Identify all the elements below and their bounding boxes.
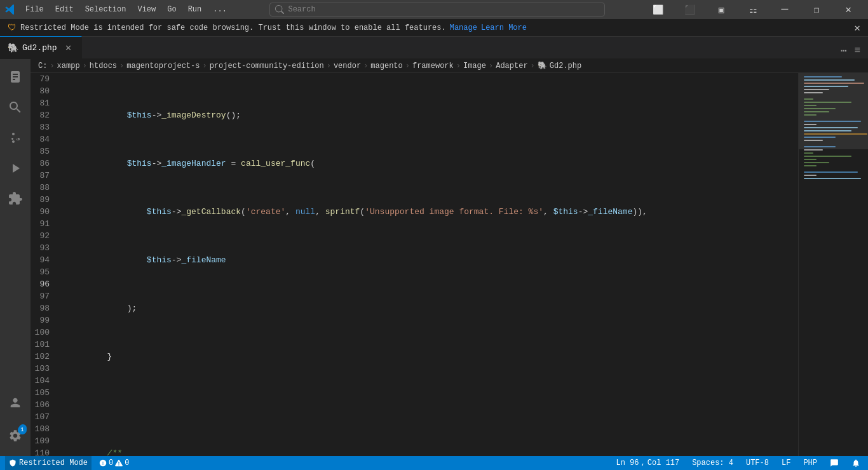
breadcrumb-vendor[interactable]: vendor: [334, 62, 361, 70]
encoding-label: UTF-8: [746, 459, 769, 467]
menu-go[interactable]: Go: [162, 4, 181, 15]
line-ending-label: LF: [782, 459, 790, 467]
encoding-status[interactable]: UTF-8: [743, 456, 771, 470]
search-bar[interactable]: Search: [269, 3, 605, 17]
breadcrumb-htdocs[interactable]: htdocs: [90, 62, 117, 70]
svg-rect-25: [804, 165, 817, 166]
split-editor-btn[interactable]: ⬛: [675, 0, 704, 19]
code-line-85[interactable]: [67, 399, 798, 411]
menu-run[interactable]: Run: [183, 4, 207, 15]
code-line-80[interactable]: $this->_imageHandler = call_user_func(: [67, 158, 798, 170]
customize-layout-btn[interactable]: ⚏: [738, 0, 768, 19]
code-scroll[interactable]: 79 80 81 82 83 84 85 86 87 88 89 90: [31, 73, 868, 456]
activity-extensions-btn[interactable]: [0, 184, 31, 214]
breadcrumb-framework[interactable]: framework: [412, 62, 454, 70]
code-content: 79 80 81 82 83 84 85 86 87 88 89 90: [31, 73, 868, 456]
minimap[interactable]: [798, 73, 868, 456]
title-bar-left: File Edit Selection View Go Run ...: [5, 4, 232, 15]
line-num-86: 86: [31, 158, 55, 170]
code-line-81[interactable]: $this->_getCallback('create', null, spri…: [67, 206, 798, 218]
tab-actions: ⋯ ≡: [838, 43, 868, 58]
breadcrumb-project-edition[interactable]: project-community-edition: [210, 62, 324, 70]
line-num-92: 92: [31, 230, 55, 242]
code-line-82[interactable]: $this->_fileName: [67, 254, 798, 266]
editor-container: C: › xampp › htdocs › magentoproject-s ›…: [31, 59, 868, 456]
menu-file[interactable]: File: [20, 4, 49, 15]
line-ending-status[interactable]: LF: [779, 456, 793, 470]
title-bar: File Edit Selection View Go Run ... Sear…: [0, 0, 868, 19]
tab-action-more[interactable]: ≡: [851, 44, 863, 58]
line-num-96: 96: [31, 278, 55, 290]
code-line-79[interactable]: $this->_imageDestroy();: [67, 109, 798, 121]
title-bar-center: Search: [232, 3, 643, 17]
line-num-107: 107: [31, 411, 55, 423]
line-num-102: 102: [31, 351, 55, 363]
minimap-slider: [799, 73, 868, 149]
breadcrumb-file[interactable]: Gd2.php: [550, 62, 581, 70]
vscode-icon: [5, 4, 15, 15]
line-num-104: 104: [31, 375, 55, 387]
code-lines: $this->_imageDestroy(); $this->_imageHan…: [62, 73, 798, 456]
status-right: Ln 96, Col 117 Spaces: 4 UTF-8 LF PHP: [614, 456, 863, 470]
restricted-shield-icon: [9, 459, 17, 467]
code-line-84[interactable]: }: [67, 351, 798, 363]
line-num-83: 83: [31, 121, 55, 133]
line-num-89: 89: [31, 194, 55, 206]
feedback-btn[interactable]: [827, 456, 841, 470]
activity-bottom: 1: [0, 387, 31, 456]
activity-search-btn[interactable]: [0, 92, 31, 123]
activity-bar: 1: [0, 59, 31, 456]
search-icon: [275, 5, 284, 14]
line-col-status[interactable]: Ln 96, Col 117: [614, 456, 682, 470]
line-num-85: 85: [31, 145, 55, 158]
tab-close-btn[interactable]: ✕: [64, 43, 74, 53]
panel-layout-btn[interactable]: ▣: [707, 0, 736, 19]
breadcrumb-adapter[interactable]: Adapter: [496, 62, 527, 70]
notifications-btn[interactable]: [849, 456, 863, 470]
learn-more-link[interactable]: Learn More: [481, 24, 527, 32]
tab-bar: 🐘 Gd2.php ✕ ⋯ ≡: [0, 37, 868, 59]
activity-source-control-btn[interactable]: [0, 123, 31, 153]
line-num-99: 99: [31, 314, 55, 326]
main-layout: 1 C: › xampp › htdocs › magentoproject-s…: [0, 59, 868, 456]
menu-more[interactable]: ...: [208, 4, 232, 15]
activity-explorer-btn[interactable]: [0, 62, 31, 92]
close-btn[interactable]: ✕: [834, 0, 863, 19]
breadcrumb-xampp[interactable]: xampp: [57, 62, 80, 70]
spaces-status[interactable]: Spaces: 4: [689, 456, 736, 470]
line-num-88: 88: [31, 182, 55, 194]
banner-close-btn[interactable]: ✕: [854, 22, 860, 34]
breadcrumb-c[interactable]: C:: [38, 62, 47, 70]
menu-selection[interactable]: Selection: [80, 4, 132, 15]
bell-icon: [851, 459, 860, 467]
minimize-btn[interactable]: ─: [770, 0, 799, 19]
line-num-80: 80: [31, 85, 55, 97]
line-num-103: 103: [31, 363, 55, 375]
breadcrumb-magentoproject[interactable]: magentoproject-s: [126, 62, 200, 70]
layout-toggle-btn[interactable]: ⬜: [643, 0, 672, 19]
line-num-84: 84: [31, 133, 55, 145]
restore-btn[interactable]: ❐: [802, 0, 831, 19]
manage-link[interactable]: Manage: [450, 24, 477, 32]
breadcrumb-magento[interactable]: magento: [370, 62, 402, 70]
code-line-83[interactable]: );: [67, 302, 798, 314]
restricted-banner: 🛡 Restricted Mode is intended for safe c…: [0, 19, 868, 37]
activity-settings-btn[interactable]: 1: [0, 420, 31, 451]
line-num-87: 87: [31, 170, 55, 182]
split-editor-right-btn[interactable]: ⋯: [838, 43, 850, 58]
banner-message: Restricted Mode is intended for safe cod…: [20, 24, 446, 32]
error-icon: [99, 459, 107, 467]
activity-run-debug-btn[interactable]: [0, 153, 31, 184]
language-status[interactable]: PHP: [801, 456, 820, 470]
code-line-86[interactable]: /**: [67, 447, 798, 456]
menu-view[interactable]: View: [132, 4, 161, 15]
line-num-100: 100: [31, 326, 55, 339]
tab-gd2php[interactable]: 🐘 Gd2.php ✕: [0, 36, 82, 58]
restricted-mode-status[interactable]: Restricted Mode: [5, 456, 92, 470]
error-count-status[interactable]: 0 0: [97, 456, 132, 470]
line-num-91: 91: [31, 218, 55, 230]
activity-account-btn[interactable]: [0, 387, 31, 418]
menu-edit[interactable]: Edit: [50, 4, 79, 15]
line-num-93: 93: [31, 242, 55, 254]
breadcrumb-image[interactable]: Image: [463, 62, 486, 70]
